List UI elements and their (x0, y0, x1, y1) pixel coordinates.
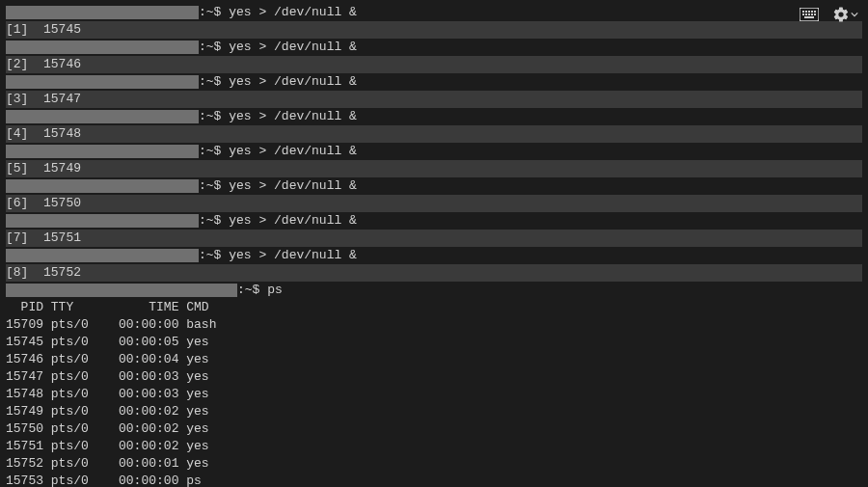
command-text: yes > /dev/null & (229, 248, 357, 262)
keyboard-icon[interactable] (800, 8, 819, 21)
command-text: yes > /dev/null & (229, 109, 357, 123)
redacted-user-host (6, 249, 199, 262)
svg-rect-3 (808, 11, 810, 13)
svg-rect-1 (802, 11, 804, 13)
job-output-line: [4] 15748 (6, 125, 862, 143)
ps-row: 15750 pts/0 00:00:02 yes (6, 420, 862, 438)
command-text: yes > /dev/null & (229, 40, 357, 54)
ps-header: PID TTY TIME CMD (6, 300, 209, 314)
ps-row: 15749 pts/0 00:00:02 yes (6, 403, 862, 420)
svg-rect-4 (811, 11, 813, 13)
prompt-separator: :~$ (199, 144, 229, 158)
prompt-separator: :~$ (199, 74, 229, 89)
job-output-line: [7] 15751 (6, 230, 862, 247)
svg-rect-2 (805, 11, 807, 13)
terminal-toolbar (800, 6, 858, 23)
svg-rect-7 (805, 14, 807, 15)
redacted-user-host (6, 145, 199, 158)
prompt-separator: :~$ (199, 5, 229, 19)
redacted-user-host (6, 214, 199, 228)
command-text: yes > /dev/null & (229, 5, 357, 19)
ps-row: 15753 pts/0 00:00:00 ps (6, 473, 862, 487)
svg-rect-10 (814, 14, 816, 15)
job-output-line: [6] 15750 (6, 195, 862, 212)
prompt-separator: :~$ (199, 178, 229, 193)
job-output-line: [8] 15752 (6, 264, 862, 282)
ps-row: 15748 pts/0 00:00:03 yes (6, 386, 862, 403)
command-text: yes > /dev/null & (229, 144, 357, 158)
ps-row: 15746 pts/0 00:00:04 yes (6, 351, 862, 368)
svg-rect-8 (808, 14, 810, 15)
redacted-user-host (6, 110, 199, 123)
redacted-user-host (6, 75, 199, 89)
prompt-separator: :~$ (199, 40, 229, 54)
job-output-line: [3] 15747 (6, 91, 862, 108)
command-text: yes > /dev/null & (229, 213, 357, 228)
redacted-user-host (6, 179, 199, 193)
command-text: yes > /dev/null & (229, 74, 357, 89)
job-output-line: [1] 15745 (6, 21, 862, 39)
svg-rect-6 (802, 14, 804, 15)
redacted-user-host (6, 6, 199, 19)
ps-row: 15747 pts/0 00:00:03 yes (6, 368, 862, 386)
prompt-separator: :~$ (199, 109, 229, 123)
prompt-separator: :~$ (199, 213, 229, 228)
ps-row: 15751 pts/0 00:00:02 yes (6, 438, 862, 455)
redacted-user-host (6, 41, 199, 54)
prompt-separator: :~$ (199, 248, 229, 262)
redacted-user-host (6, 284, 237, 297)
job-output-line: [5] 15749 (6, 160, 862, 177)
ps-row: 15745 pts/0 00:00:05 yes (6, 334, 862, 351)
command-text: yes > /dev/null & (229, 178, 357, 193)
svg-rect-9 (811, 14, 813, 15)
settings-gear-icon[interactable] (832, 6, 858, 23)
ps-row: 15752 pts/0 00:00:01 yes (6, 455, 862, 473)
prompt-separator: :~$ (237, 283, 267, 297)
svg-rect-11 (804, 16, 814, 18)
job-output-line: [2] 15746 (6, 56, 862, 73)
svg-rect-5 (814, 11, 816, 13)
command-text: ps (267, 283, 283, 297)
ps-row: 15709 pts/0 00:00:00 bash (6, 316, 862, 334)
terminal-output[interactable]: :~$ yes > /dev/null &[1] 15745:~$ yes > … (0, 0, 868, 487)
